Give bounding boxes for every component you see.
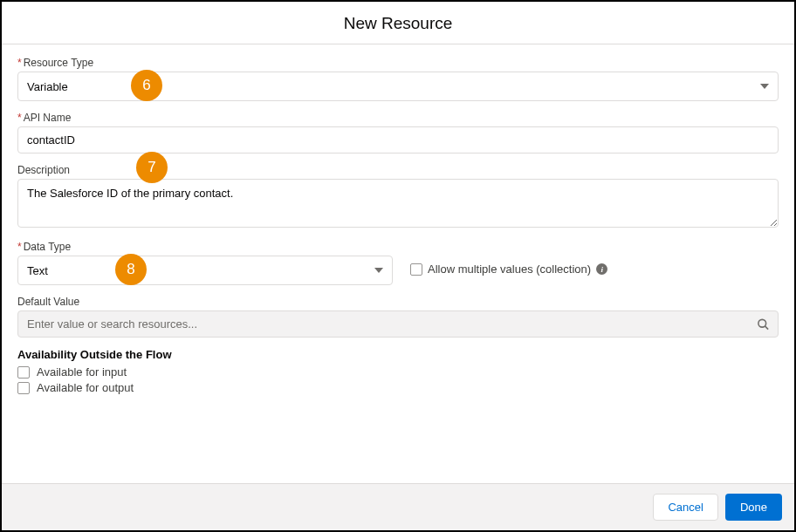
description-group: 7 Description The Salesforce ID of the p… (17, 164, 779, 230)
chevron-down-icon (760, 84, 769, 89)
modal-body: 6 *Resource Type Variable *API Name 7 De… (2, 44, 794, 483)
description-input[interactable]: The Salesforce ID of the primary contact… (17, 179, 779, 228)
data-type-group: 8 *Data Type Text Allow multiple values … (17, 241, 779, 285)
required-indicator: * (17, 57, 22, 69)
modal-header: New Resource (2, 2, 794, 44)
allow-multiple-label: Allow multiple values (collection) (428, 263, 591, 276)
resource-type-group: 6 *Resource Type Variable (17, 57, 779, 101)
availability-title: Availability Outside the Flow (17, 348, 779, 361)
description-label: Description (17, 164, 779, 176)
availability-section: Availability Outside the Flow Available … (17, 348, 779, 394)
callout-8: 8 (115, 254, 147, 285)
chevron-down-icon (374, 268, 383, 273)
modal-footer: Cancel Done (2, 483, 794, 530)
info-icon[interactable]: i (596, 263, 607, 275)
data-type-value: Text (27, 264, 48, 277)
available-input-checkbox[interactable] (17, 366, 30, 379)
modal-title: New Resource (2, 14, 794, 33)
svg-point-0 (758, 319, 766, 327)
callout-6: 6 (131, 70, 162, 101)
new-resource-modal: New Resource 6 *Resource Type Variable *… (0, 0, 796, 532)
resource-type-label: *Resource Type (17, 57, 779, 69)
cancel-button[interactable]: Cancel (653, 494, 717, 521)
allow-multiple-row: Allow multiple values (collection) i (410, 250, 607, 276)
api-name-group: *API Name (17, 112, 779, 153)
search-icon (757, 317, 770, 331)
api-name-input[interactable] (17, 126, 779, 153)
svg-line-1 (765, 325, 768, 329)
callout-7: 7 (136, 152, 168, 183)
available-output-label: Available for output (37, 381, 134, 394)
allow-multiple-checkbox[interactable] (410, 263, 422, 276)
data-type-select[interactable]: Text (17, 256, 393, 285)
available-output-checkbox[interactable] (17, 382, 30, 394)
available-output-row: Available for output (17, 381, 779, 394)
required-indicator: * (17, 112, 22, 124)
required-indicator: * (17, 241, 22, 253)
default-value-label: Default Value (17, 296, 779, 308)
available-input-label: Available for input (37, 365, 127, 379)
available-input-row: Available for input (17, 365, 779, 379)
resource-type-value: Variable (27, 80, 68, 93)
default-value-group: Default Value (17, 296, 779, 338)
default-value-input[interactable] (17, 310, 779, 338)
done-button[interactable]: Done (725, 494, 782, 521)
api-name-label: *API Name (17, 112, 779, 124)
data-type-label: *Data Type (17, 241, 393, 253)
